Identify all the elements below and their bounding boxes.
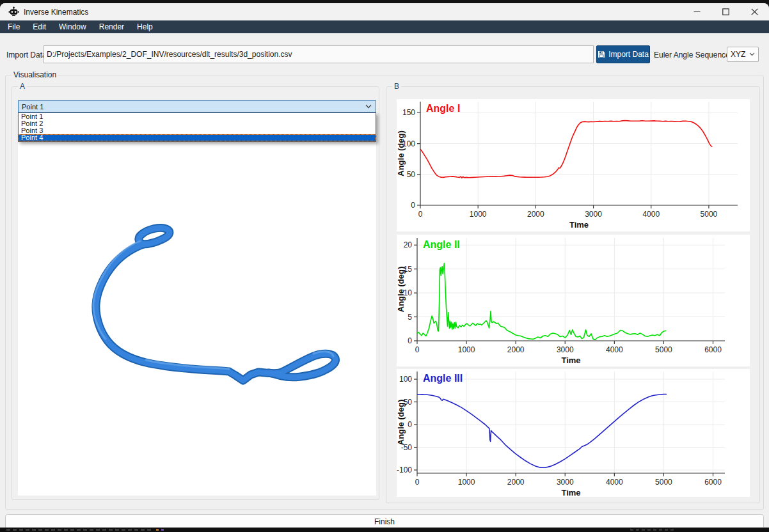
svg-text:0: 0	[408, 336, 412, 345]
svg-text:4000: 4000	[606, 478, 623, 487]
svg-text:1000: 1000	[470, 210, 487, 219]
dropdown-option[interactable]: Point 1	[19, 113, 376, 120]
chart-card-angle-2: 010002000300040005000600005101520Angle I…	[397, 235, 750, 366]
svg-text:0: 0	[411, 201, 415, 210]
dropdown-option[interactable]: Point 3	[19, 127, 376, 134]
menu-bar: File Edit Window Render Help	[0, 20, 769, 33]
minimize-icon	[694, 8, 701, 15]
visualisation-label: Visualisation	[12, 70, 58, 79]
window-title: Inverse Kinematics	[24, 8, 88, 17]
desktop-strip-bottom	[0, 528, 769, 532]
svg-text:3000: 3000	[557, 345, 574, 354]
svg-text:Time: Time	[569, 220, 589, 230]
dropdown-option[interactable]: Point 4	[19, 134, 376, 141]
point-dropdown-list: Point 1Point 2Point 3Point 4	[18, 113, 376, 142]
chart-1-svg: 010002000300040005000050100150Angle ITim…	[397, 99, 750, 231]
euler-sequence-select[interactable]: XYZ	[727, 47, 759, 62]
import-path-input[interactable]: D:/Projects/Examples/2_DOF_INV/resources…	[44, 45, 594, 63]
finish-button-label: Finish	[374, 517, 395, 526]
chart-3-svg: 0100020003000400050006000-100-50050100An…	[397, 369, 750, 497]
svg-text:1000: 1000	[458, 478, 475, 487]
svg-text:0: 0	[415, 478, 420, 487]
svg-text:150: 150	[402, 108, 415, 117]
import-button-label: Import Data	[608, 50, 649, 59]
dropdown-option[interactable]: Point 2	[19, 120, 376, 127]
chart-2-svg: 010002000300040005000600005101520Angle I…	[397, 235, 750, 366]
save-icon	[598, 51, 605, 58]
svg-text:Angle (deg): Angle (deg)	[397, 400, 406, 446]
3d-viewport[interactable]	[18, 113, 376, 496]
robot-icon	[8, 6, 19, 17]
chart-card-angle-3: 0100020003000400050006000-100-50050100An…	[397, 369, 750, 497]
svg-text:2000: 2000	[507, 478, 525, 487]
svg-text:2000: 2000	[527, 210, 544, 219]
svg-text:5000: 5000	[701, 210, 718, 219]
maximize-button[interactable]	[711, 3, 740, 20]
svg-text:Angle (deg): Angle (deg)	[397, 130, 406, 176]
menu-window[interactable]: Window	[52, 20, 93, 33]
minimize-button[interactable]	[683, 3, 711, 20]
3d-model-chain	[18, 113, 376, 496]
finish-button[interactable]: Finish	[5, 514, 764, 528]
svg-text:5000: 5000	[655, 345, 672, 354]
svg-text:6000: 6000	[704, 345, 722, 354]
menu-edit[interactable]: Edit	[26, 20, 52, 33]
svg-text:4000: 4000	[642, 210, 660, 219]
svg-text:0: 0	[408, 420, 412, 429]
svg-text:Time: Time	[561, 488, 580, 497]
chevron-down-icon	[749, 52, 755, 56]
euler-sequence-value: XYZ	[731, 50, 745, 59]
panel-a-label: A	[18, 82, 27, 91]
svg-text:3000: 3000	[585, 210, 602, 219]
maximize-icon	[722, 8, 729, 15]
svg-text:3000: 3000	[557, 478, 574, 487]
svg-text:6000: 6000	[704, 478, 722, 487]
svg-text:-100: -100	[397, 465, 412, 474]
svg-text:2000: 2000	[507, 345, 525, 354]
close-icon	[751, 8, 758, 15]
svg-text:Angle II: Angle II	[423, 239, 460, 250]
svg-text:5000: 5000	[655, 478, 672, 487]
svg-text:0: 0	[418, 210, 423, 219]
svg-text:Time: Time	[561, 356, 580, 365]
chevron-down-icon	[365, 104, 372, 109]
title-bar: Inverse Kinematics	[0, 3, 769, 20]
import-data-label: Import Data	[6, 51, 47, 59]
panel-b-label: B	[392, 82, 401, 91]
chart-card-angle-1: 010002000300040005000050100150Angle ITim…	[397, 99, 750, 231]
close-button[interactable]	[740, 3, 769, 20]
svg-text:0: 0	[415, 345, 420, 354]
svg-text:4000: 4000	[606, 345, 623, 354]
svg-text:Angle III: Angle III	[423, 373, 463, 384]
point-combobox-value: Point 1	[22, 103, 44, 111]
svg-text:50: 50	[407, 170, 416, 179]
app-window: Inverse Kinematics File Edit Window Rend…	[0, 3, 769, 528]
svg-text:20: 20	[404, 240, 413, 249]
menu-file[interactable]: File	[1, 20, 26, 33]
menu-render[interactable]: Render	[93, 20, 131, 33]
point-combobox[interactable]: Point 1	[18, 100, 376, 113]
svg-text:Angle (deg): Angle (deg)	[397, 267, 406, 313]
menu-help[interactable]: Help	[131, 20, 159, 33]
euler-sequence-label: Euler Angle Sequence:	[654, 51, 732, 59]
svg-text:100: 100	[399, 375, 412, 384]
import-data-button[interactable]: Import Data	[596, 45, 650, 63]
svg-text:5: 5	[408, 313, 412, 322]
svg-text:1000: 1000	[458, 345, 475, 354]
svg-text:Angle I: Angle I	[426, 103, 460, 114]
